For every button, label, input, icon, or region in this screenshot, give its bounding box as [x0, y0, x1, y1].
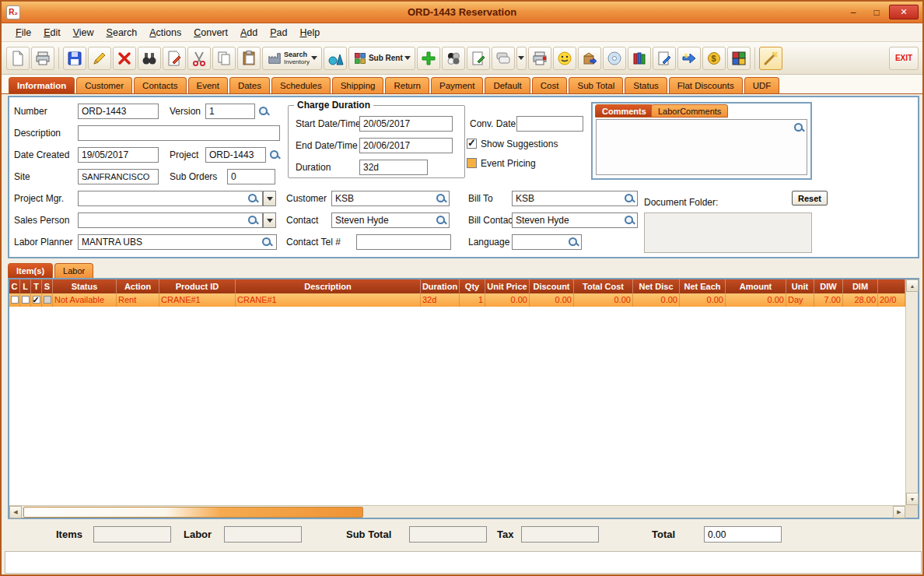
tab-payment[interactable]: Payment — [431, 77, 483, 93]
catalog-button[interactable] — [628, 47, 651, 70]
col-header-action[interactable]: Action — [117, 279, 159, 293]
scroll-left-button[interactable]: ◀ — [9, 506, 22, 518]
scroll-up-button[interactable]: ▲ — [906, 279, 919, 292]
customer-search-icon[interactable] — [436, 193, 446, 204]
col-header-l[interactable]: L — [20, 279, 31, 293]
l-checkbox[interactable] — [22, 296, 30, 304]
print-button[interactable] — [31, 47, 54, 70]
tab-labor[interactable]: Labor — [54, 263, 93, 278]
copy-button[interactable] — [212, 47, 236, 70]
tab-sub-total[interactable]: Sub Total — [569, 77, 623, 93]
col-header-product-id[interactable]: Product ID — [159, 279, 236, 293]
col-header-status[interactable]: Status — [53, 279, 117, 293]
menu-help[interactable]: Help — [294, 26, 327, 40]
version-search-icon[interactable] — [258, 106, 269, 117]
col-header-s[interactable]: S — [42, 279, 53, 293]
menu-file[interactable]: File — [9, 26, 37, 40]
end-date-field[interactable] — [359, 138, 453, 153]
sub-total-field[interactable] — [409, 526, 487, 543]
items-total-field[interactable] — [93, 526, 171, 543]
customer-field[interactable] — [331, 191, 450, 206]
cards-dropdown-button[interactable] — [516, 47, 527, 70]
exit-button[interactable]: EXIT — [889, 47, 919, 70]
show-suggestions-checkbox[interactable] — [467, 139, 477, 149]
total-field[interactable] — [704, 526, 782, 543]
bill-to-field[interactable] — [512, 191, 638, 206]
project-mgr-field[interactable] — [78, 191, 263, 206]
project-field[interactable] — [205, 147, 266, 163]
paste-button[interactable] — [237, 47, 261, 70]
add-button[interactable] — [417, 47, 440, 70]
find-button[interactable] — [138, 47, 161, 70]
sub-rent-button[interactable]: Sub Rent — [348, 47, 415, 70]
cards-button[interactable] — [492, 47, 515, 70]
new-button[interactable] — [6, 47, 30, 70]
table-row[interactable]: Not Available Rent CRANE#1 CRANE#1 32d 1… — [9, 293, 905, 307]
tab-flat-discounts[interactable]: Flat Discounts — [669, 77, 743, 93]
sales-person-field[interactable] — [78, 212, 263, 228]
rename-button[interactable] — [163, 47, 186, 70]
tax-field[interactable] — [521, 526, 599, 543]
horizontal-scroll-thumb[interactable] — [23, 507, 363, 518]
maximize-button[interactable]: □ — [866, 5, 887, 19]
menu-edit[interactable]: Edit — [37, 26, 67, 40]
labor-planner-field[interactable] — [78, 234, 277, 250]
site-field[interactable] — [78, 169, 159, 184]
tab-contacts[interactable]: Contacts — [134, 77, 186, 93]
bill-contact-search-icon[interactable] — [624, 215, 635, 226]
cubes-button[interactable] — [727, 47, 751, 70]
search-inventory-button[interactable]: SearchInventory — [262, 47, 322, 70]
labor-planner-search-icon[interactable] — [261, 237, 272, 248]
project-search-icon[interactable] — [269, 149, 280, 160]
tab-event[interactable]: Event — [188, 77, 228, 93]
col-header-extra[interactable] — [878, 279, 905, 293]
menu-pad[interactable]: Pad — [264, 26, 293, 40]
event-pricing-checkbox[interactable] — [467, 158, 477, 168]
menu-convert[interactable]: Convert — [187, 26, 234, 40]
menu-view[interactable]: View — [67, 26, 100, 40]
start-date-field[interactable] — [359, 116, 453, 132]
scroll-down-button[interactable]: ▼ — [906, 493, 919, 505]
col-header-description[interactable]: Description — [236, 279, 421, 293]
col-header-diw[interactable]: DIW — [814, 279, 843, 293]
comments-search-icon[interactable] — [793, 122, 804, 133]
col-header-net-disc[interactable]: Net Disc — [633, 279, 680, 293]
col-header-amount[interactable]: Amount — [726, 279, 786, 293]
tab-cost[interactable]: Cost — [532, 77, 568, 93]
sales-person-search-icon[interactable] — [247, 215, 258, 226]
col-header-net-each[interactable]: Net Each — [680, 279, 726, 293]
tab-status[interactable]: Status — [625, 77, 667, 93]
t-checkbox[interactable] — [33, 296, 40, 304]
tab-customer[interactable]: Customer — [76, 77, 132, 93]
currency-export-button[interactable]: $ — [677, 47, 701, 70]
col-header-discount[interactable]: Discount — [530, 279, 574, 293]
contact-field[interactable] — [331, 212, 450, 228]
comments-textarea[interactable] — [596, 119, 807, 175]
description-field[interactable] — [78, 125, 280, 141]
number-field[interactable] — [78, 104, 159, 119]
bill-to-search-icon[interactable] — [624, 193, 635, 204]
project-mgr-search-icon[interactable] — [247, 193, 258, 204]
language-search-icon[interactable] — [568, 237, 579, 248]
tab-dates[interactable]: Dates — [229, 77, 270, 93]
package-button[interactable] — [578, 47, 601, 70]
tab-schedules[interactable]: Schedules — [271, 77, 331, 93]
conv-date-field[interactable] — [516, 116, 583, 132]
money-button[interactable]: $ — [702, 47, 726, 70]
cut-button[interactable] — [187, 47, 211, 70]
document-folder-panel[interactable] — [644, 212, 812, 253]
tab-udf[interactable]: UDF — [744, 77, 780, 93]
vertical-scrollbar[interactable]: ▲ ▼ — [905, 279, 918, 505]
group-button[interactable] — [442, 47, 465, 70]
print-labels-button[interactable] — [528, 47, 551, 70]
col-header-total-cost[interactable]: Total Cost — [574, 279, 633, 293]
tab-information[interactable]: Information — [9, 77, 75, 93]
col-header-duration[interactable]: Duration — [421, 279, 460, 293]
save-button[interactable] — [63, 47, 86, 70]
delete-button[interactable] — [113, 47, 136, 70]
tab-shipping[interactable]: Shipping — [332, 77, 384, 93]
version-field[interactable] — [205, 104, 255, 119]
labor-total-field[interactable] — [224, 526, 302, 543]
col-header-unit[interactable]: Unit — [786, 279, 814, 293]
sales-person-dropdown-button[interactable] — [263, 212, 276, 228]
